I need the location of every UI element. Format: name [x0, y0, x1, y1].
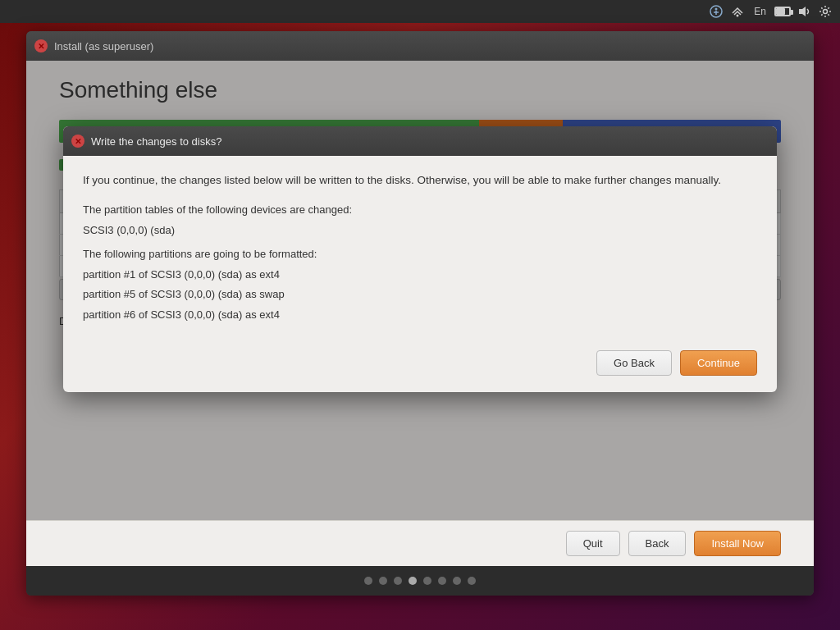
install-now-button[interactable]: Install Now [694, 531, 781, 556]
dialog-title-bar: ✕ Write the changes to disks? [63, 126, 777, 156]
network-icon[interactable] [729, 3, 746, 20]
title-bar: ✕ Install (as superuser) [26, 31, 814, 61]
quit-button[interactable]: Quit [566, 531, 620, 556]
nav-dot-5[interactable] [423, 577, 431, 585]
dialog-section1: The partition tables of the following de… [83, 202, 757, 240]
accessibility-icon[interactable] [708, 3, 724, 20]
svg-point-1 [715, 8, 718, 11]
nav-dot-2[interactable] [379, 577, 387, 585]
nav-dot-7[interactable] [453, 577, 461, 585]
battery-indicator [774, 3, 791, 20]
dialog-buttons: Go Back Continue [83, 340, 757, 376]
close-button[interactable]: ✕ [34, 39, 48, 52]
section1-devices: SCSI3 (0,0,0) (sda) [83, 222, 757, 240]
nav-dot-1[interactable] [364, 577, 372, 585]
top-bar: En [0, 0, 840, 23]
partition-format-3: partition #6 of SCSI3 (0,0,0) (sda) as e… [83, 307, 757, 324]
volume-icon[interactable] [796, 3, 812, 20]
dialog-section2: The following partitions are going to be… [83, 246, 757, 324]
dialog-body: If you continue, the changes listed belo… [63, 156, 777, 392]
nav-dot-6[interactable] [438, 577, 446, 585]
content-area: Something else sda1 (ext4) 5.0 GB sda5 (… [26, 61, 814, 520]
settings-icon[interactable] [817, 3, 833, 20]
partition-format-2: partition #5 of SCSI3 (0,0,0) (sda) as s… [83, 286, 757, 304]
svg-point-6 [824, 10, 828, 14]
nav-dot-8[interactable] [468, 577, 476, 585]
main-window: ✕ Install (as superuser) Something else … [26, 31, 814, 596]
back-button[interactable]: Back [628, 531, 687, 556]
language-indicator[interactable]: En [751, 6, 769, 17]
dialog-main-text: If you continue, the changes listed belo… [83, 172, 757, 189]
section1-heading: The partition tables of the following de… [83, 202, 757, 219]
dialog-title: Write the changes to disks? [91, 135, 221, 148]
svg-point-4 [737, 15, 739, 17]
dialog-overlay: ✕ Write the changes to disks? If you con… [26, 61, 814, 520]
go-back-button[interactable]: Go Back [596, 350, 672, 376]
continue-button[interactable]: Continue [680, 350, 757, 376]
nav-dot-3[interactable] [394, 577, 402, 585]
section2-heading: The following partitions are going to be… [83, 246, 757, 263]
nav-dot-4[interactable] [409, 577, 417, 585]
svg-marker-5 [799, 7, 806, 16]
write-changes-dialog: ✕ Write the changes to disks? If you con… [63, 126, 777, 392]
partition-format-1: partition #1 of SCSI3 (0,0,0) (sda) as e… [83, 267, 757, 284]
dialog-close-button[interactable]: ✕ [71, 135, 84, 148]
bottom-bar: Quit Back Install Now [26, 520, 814, 566]
dots-nav [26, 566, 814, 596]
window-title: Install (as superuser) [54, 40, 153, 52]
